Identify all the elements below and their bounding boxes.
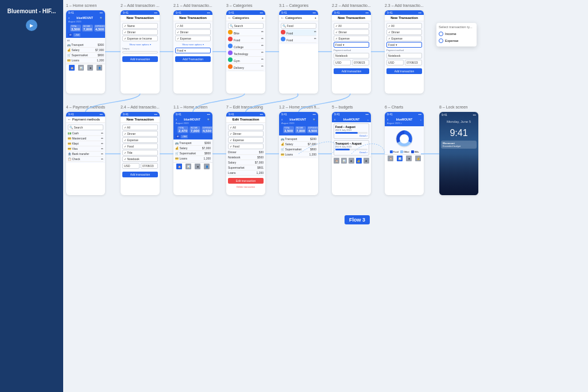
screen-label-22: 2.2 – Add transactio... bbox=[332, 3, 371, 7]
screen-card-5[interactable]: 9:41▪▪▪ ≡ blueMOUNT + Food – August 250 … bbox=[332, 112, 371, 195]
screen-label-1: 1 – Home screen bbox=[66, 3, 96, 7]
pie-chart bbox=[393, 127, 416, 150]
select-type-label: Select transaction ty... bbox=[439, 25, 474, 29]
svg-point-14 bbox=[400, 134, 409, 143]
screen-card-23[interactable]: 9:41▪▪▪ New Transaction ✓ All ✓ Dinner ✓… bbox=[385, 10, 424, 94]
screen-label-4: 4 – Payment methods bbox=[66, 105, 105, 109]
nav-bar-1: 🏠 📊 ⊕ 👤 bbox=[66, 64, 105, 71]
screen-label-23: 2.3 – Add transactio... bbox=[385, 3, 424, 7]
screen-card-22[interactable]: 9:41▪▪▪ New Transaction ✓ All ✓ Dinner ✓… bbox=[332, 10, 371, 94]
screen-card-6[interactable]: 9:41▪▪▪ ≡ blueMOUNT + August 2023 > bbox=[385, 112, 424, 195]
sidebar: Bluemount - HIF... ▶ bbox=[0, 0, 63, 392]
screen-label-12: 1.2 – Home screen fi... bbox=[279, 105, 319, 109]
screen-label-24: 2.4 – Add transactio... bbox=[121, 105, 160, 109]
home-body: All 🚌 Transport$300 💰 Salary$7,000 🛒 Sup… bbox=[66, 38, 105, 64]
screen-label-21: 2.1 – Add transactio... bbox=[173, 3, 212, 7]
screen-card-8[interactable]: 9:41▪▪▪ Monday, June 5 9:41 Bluemount Ex… bbox=[439, 112, 478, 195]
screen-card-7[interactable]: 9:41▪▪▪ Edit Transaction ✓ All ✓ Dinner … bbox=[226, 112, 265, 195]
screen-card-21[interactable]: 9:41▪▪▪ New Transaction ✓ All ✓ Dinner ✓… bbox=[173, 10, 212, 94]
stats-row: TOTAL 3,500 INCOME 7,000 EXPENSES 4,500 bbox=[68, 24, 103, 33]
screen-card-11[interactable]: 9:41▪▪▪ ≡ blueMOUNT 🔍 August 2023 TOTAL2… bbox=[173, 112, 212, 195]
screen-label-31: 3.1 – Categories bbox=[279, 3, 308, 7]
play-button[interactable]: ▶ bbox=[26, 20, 37, 31]
screen-label-7: 7 – Edit transactiong bbox=[226, 105, 263, 109]
screen-card-31[interactable]: 9:41▪▪▪ ← Categories+ 🔍 Food Food✏ Food✏ bbox=[279, 10, 318, 94]
screen-label-5: 5 – budgets bbox=[332, 105, 353, 109]
screen-card-4[interactable]: 9:41▪▪▪ ← Payment methods 🔍 Search 💵 Cas… bbox=[66, 112, 105, 195]
screen-card-2[interactable]: 9:41▪▪▪ New Transaction ✓ Name ✓ Dinner … bbox=[121, 10, 160, 94]
app-logo: Bluemount - HIF... bbox=[4, 6, 59, 17]
flow-badge: Flow 3 bbox=[345, 215, 370, 224]
screen-label-6: 6 – Charts bbox=[385, 105, 403, 109]
screen-label-3: 3 – Categories bbox=[226, 3, 253, 7]
screen-card-24[interactable]: 9:41▪▪▪ New Transaction ✓ All ✓ Dinner ✓… bbox=[121, 112, 160, 195]
notification-card: Bluemount Exceeded budget bbox=[441, 141, 477, 149]
lock-time: 9:41 bbox=[439, 123, 478, 138]
screen-card-1[interactable]: 9:41 ▪▪▪ ≡ blueMOUNT 🔍 August 2023 TOTAL… bbox=[66, 10, 105, 94]
select-type-panel[interactable]: Select transaction ty... Income Expense bbox=[436, 23, 477, 46]
screen-label-11: 1.1 – Home screen bbox=[173, 105, 207, 109]
screen-label-8: 8 – Lock screen bbox=[439, 105, 467, 109]
main-canvas: Bluemount - HIF... ▶ bbox=[0, 0, 588, 392]
screen-card-3[interactable]: 9:41▪▪▪ ← Categories+ 🔍 Search Bike✏ Foo… bbox=[226, 10, 265, 94]
flow-canvas: 1 – Home screen 9:41 ▪▪▪ ≡ blueMOUNT 🔍 A… bbox=[63, 0, 588, 392]
home-header: ≡ blueMOUNT 🔍 August 2023 TOTAL 3,500 IN… bbox=[66, 15, 105, 38]
screen-label-2: 2 – Add transaction ... bbox=[121, 3, 160, 7]
play-icon: ▶ bbox=[30, 23, 33, 28]
status-bar-1: 9:41 ▪▪▪ bbox=[66, 10, 105, 15]
screen-card-12[interactable]: 9:41▪▪▪ ≡ blueMOUNT 🔍 August 2023 TOTAL3… bbox=[279, 112, 318, 195]
